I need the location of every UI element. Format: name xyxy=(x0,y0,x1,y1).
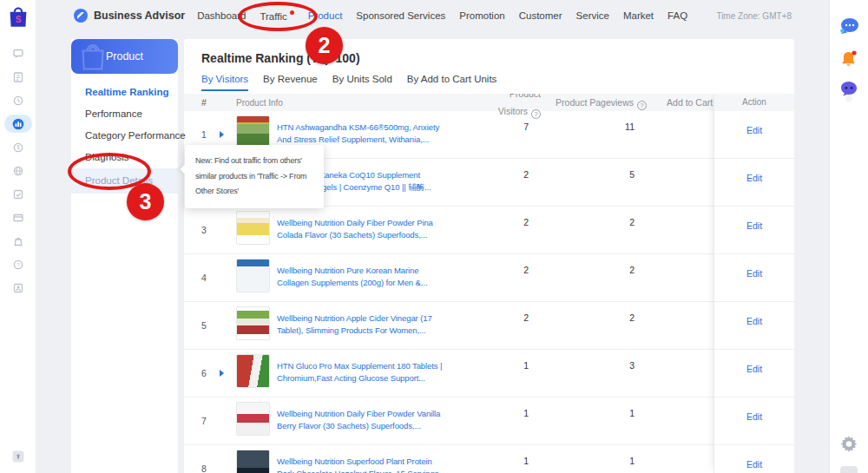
edit-link[interactable]: Edit xyxy=(746,220,762,231)
rank-cell: 7 xyxy=(201,397,215,426)
edit-link[interactable]: Edit xyxy=(746,268,762,279)
pageviews-value: 1 xyxy=(543,397,649,418)
nav-item-market[interactable]: Market xyxy=(623,10,654,21)
chat-bubble-icon[interactable] xyxy=(838,17,860,41)
product-thumbnail[interactable] xyxy=(236,402,270,436)
edit-link[interactable]: Edit xyxy=(746,459,762,470)
add-to-cart-value xyxy=(649,159,713,169)
products-box-icon[interactable] xyxy=(0,182,36,206)
finance-dollar-icon[interactable]: $ xyxy=(0,135,36,159)
edit-link[interactable]: Edit xyxy=(746,364,762,374)
edit-link[interactable]: Edit xyxy=(746,173,762,183)
help-circle-icon[interactable]: ? xyxy=(0,253,36,276)
rank-cell: 5 xyxy=(201,302,215,331)
sidebar-item-performance[interactable]: Performance xyxy=(71,103,178,125)
payments-card-icon[interactable] xyxy=(0,206,36,229)
product-name-link[interactable]: Wellbeing Nutrition Daily Fiber Powder V… xyxy=(277,402,440,436)
visitors-value: 7 xyxy=(483,111,543,132)
product-name-link[interactable]: Wellbeing Nutrition Superfood Plant Prot… xyxy=(277,450,445,473)
visitors-value: 1 xyxy=(483,397,543,418)
new-feature-tooltip: New: Find out traffic from others' simil… xyxy=(185,145,324,208)
account-card-icon[interactable] xyxy=(0,276,36,299)
nav-item-promotion[interactable]: Promotion xyxy=(459,10,504,21)
help-icon[interactable]: ? xyxy=(637,101,647,110)
data-analytics-icon[interactable] xyxy=(0,112,36,135)
sidebar-item-category-performance[interactable]: Category Performance xyxy=(71,125,178,147)
product-thumbnail[interactable] xyxy=(236,211,270,245)
svg-text:?: ? xyxy=(16,262,20,267)
table-row: 3 Wellbeing Nutrition Daily Fiber Powder… xyxy=(184,207,713,254)
edit-link[interactable]: Edit xyxy=(746,316,762,326)
assistant-bot-icon[interactable] xyxy=(839,81,859,106)
expand-arrow-icon[interactable] xyxy=(220,370,224,377)
edit-link[interactable]: Edit xyxy=(746,125,762,135)
nav-item-service[interactable]: Service xyxy=(576,10,609,21)
page-title: Realtime Ranking (Top 100) xyxy=(201,51,794,65)
annotation-circle-product-nav xyxy=(238,2,318,31)
orders-icon[interactable] xyxy=(0,65,36,89)
add-to-cart-value xyxy=(649,397,713,408)
right-icon-rail xyxy=(829,0,868,473)
add-to-cart-value xyxy=(649,302,713,312)
performance-clock-icon[interactable] xyxy=(0,89,36,112)
expand-arrow-icon[interactable] xyxy=(220,131,224,138)
settings-gear-icon[interactable] xyxy=(840,435,858,457)
header-rank: # xyxy=(201,97,215,108)
left-icon-rail: S $ ? xyxy=(0,0,36,473)
product-name-link[interactable]: Kaneka CoQ10 Supplement -gels | Coenzyme… xyxy=(319,163,431,197)
nav-item-sponsored-services[interactable]: Sponsored Services xyxy=(356,10,445,21)
add-to-cart-value xyxy=(649,111,713,122)
visitors-value: 1 xyxy=(483,445,543,466)
upload-box-icon[interactable] xyxy=(0,450,36,463)
table-row: 8 Wellbeing Nutrition Superfood Plant Pr… xyxy=(184,445,713,473)
brand-label: Business Advisor xyxy=(94,10,185,22)
bag-watermark-icon xyxy=(78,42,108,73)
product-name-link[interactable]: HTN Gluco Pro Max Supplement 180 Tablets… xyxy=(277,354,442,388)
action-column: Action Edit Edit Edit Edit Edit Edit Edi… xyxy=(713,94,794,473)
header-product-info: Product Info xyxy=(236,98,483,108)
pageviews-value: 3 xyxy=(543,350,649,371)
product-name-link[interactable]: Wellbeing Nutrition Apple Cider Vinegar … xyxy=(277,306,432,340)
visitors-value: 2 xyxy=(483,302,543,323)
rank-cell: 8 xyxy=(201,445,215,473)
table-row: 4 Wellbeing Nutrition Pure Korean Marine… xyxy=(184,254,713,302)
pageviews-value: 2 xyxy=(543,302,649,323)
table-row: 7 Wellbeing Nutrition Daily Fiber Powder… xyxy=(184,397,713,445)
visitors-value: 2 xyxy=(483,159,543,180)
sidebar-title: Product xyxy=(106,50,143,62)
header-product-pageviews: Product Pageviews? xyxy=(543,94,649,111)
tab-by-revenue[interactable]: By Revenue xyxy=(263,74,318,91)
rank-cell: 6 xyxy=(201,350,215,378)
pageviews-value: 2 xyxy=(543,207,649,227)
annotation-step-3-badge: 3 xyxy=(127,183,164,220)
product-thumbnail[interactable] xyxy=(236,306,270,340)
realtime-ranking-card: Realtime Ranking (Top 100) By Visitors B… xyxy=(184,39,794,473)
product-name-link[interactable]: Wellbeing Nutrition Daily Fiber Powder P… xyxy=(277,211,433,245)
table-header-row: # Product Info Product Visitors? Product… xyxy=(184,94,713,111)
rank-cell: 1 xyxy=(201,111,215,140)
message-icon[interactable] xyxy=(0,42,36,65)
nav-item-customer[interactable]: Customer xyxy=(519,10,562,21)
pageviews-value: 2 xyxy=(543,254,649,275)
shop-bag-icon[interactable] xyxy=(0,229,36,253)
product-thumbnail[interactable] xyxy=(236,259,270,292)
pageviews-value: 5 xyxy=(543,159,649,180)
shopee-bag-icon[interactable]: S xyxy=(6,5,30,30)
add-to-cart-value xyxy=(649,350,713,360)
partial-bottom-icon[interactable] xyxy=(840,466,858,473)
header-add-to-cart: Add to Cart Units xyxy=(649,94,713,111)
product-thumbnail[interactable] xyxy=(236,450,270,473)
sidebar-product: Product Realtime Ranking Performance Cat… xyxy=(71,39,178,473)
marketing-globe-icon[interactable] xyxy=(0,159,36,182)
tab-by-units-sold[interactable]: By Units Sold xyxy=(332,74,392,91)
edit-link[interactable]: Edit xyxy=(746,411,762,422)
sidebar-item-realtime-ranking[interactable]: Realtime Ranking xyxy=(71,82,178,103)
product-name-link[interactable]: Wellbeing Nutrition Pure Korean Marine C… xyxy=(277,259,427,292)
tab-by-add-to-cart-units[interactable]: By Add to Cart Units xyxy=(407,74,497,91)
tab-by-visitors[interactable]: By Visitors xyxy=(201,74,248,91)
tooltip-arrow xyxy=(180,164,189,174)
notification-bell-icon[interactable] xyxy=(839,49,858,73)
product-thumbnail[interactable] xyxy=(236,354,270,388)
svg-text:S: S xyxy=(15,15,21,24)
nav-item-faq[interactable]: FAQ xyxy=(667,10,687,21)
